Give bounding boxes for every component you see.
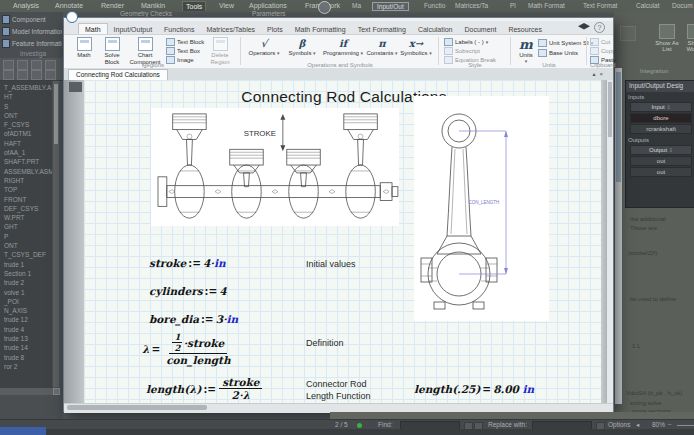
tab-document[interactable]: Document: [459, 24, 503, 34]
worksheet-hscroll-thumb[interactable]: [67, 405, 207, 410]
operators-button[interactable]: √ Operators ▾: [246, 37, 282, 56]
options-button[interactable]: Options: [608, 421, 630, 428]
tab-text-formatting[interactable]: Text Formatting: [352, 24, 412, 34]
model-tree-item[interactable]: P: [0, 232, 52, 241]
input-column-header[interactable]: Input ⇩: [630, 102, 692, 112]
model-tree-item[interactable]: TOP: [0, 185, 52, 194]
bg-tab-calculation[interactable]: Calculat: [636, 2, 659, 9]
creo-model-information-button[interactable]: Model Information: [2, 26, 62, 36]
bg-tab-input-output[interactable]: Input/Out: [372, 2, 409, 11]
model-tree-item[interactable]: N_AXIS: [0, 306, 52, 315]
model-tree-item[interactable]: trude 13: [0, 334, 52, 343]
copy-button[interactable]: Copy: [590, 47, 615, 55]
connecting-rod-image[interactable]: CON_LENGTH: [414, 96, 549, 321]
model-tree-item[interactable]: trude 14: [0, 343, 52, 352]
model-tree-item[interactable]: RIGHT: [0, 176, 52, 185]
text-block-button[interactable]: Text Block: [166, 38, 204, 46]
model-tree-item[interactable]: FRONT: [0, 195, 52, 204]
model-tree-item[interactable]: ASSEMBLY.ASM: [0, 167, 52, 176]
help-icon[interactable]: ?: [594, 22, 605, 33]
math-region-cylinders[interactable]: cylinders:=4: [149, 285, 227, 297]
tree-list-icon[interactable]: [45, 60, 56, 70]
math-region-bore-dia[interactable]: bore_dia:=3·in: [149, 313, 238, 325]
output-row-out-2[interactable]: out: [630, 167, 692, 177]
model-tree-item[interactable]: trude 1: [0, 260, 52, 269]
model-tree-item[interactable]: T_CSYS_DEF: [0, 250, 52, 259]
bg-tab-math[interactable]: Ma: [352, 2, 361, 9]
worksheet[interactable]: Connecting Rod Calculations: [64, 80, 613, 403]
creo-tab-tools[interactable]: Tools: [182, 1, 206, 11]
input-row-dbore[interactable]: dbore: [630, 113, 692, 123]
zoom-out-button[interactable]: −: [668, 421, 672, 428]
tab-calculation[interactable]: Calculation: [412, 24, 459, 34]
show-as-list-button[interactable]: Show As List: [652, 24, 682, 52]
model-tree-item[interactable]: GHT: [0, 222, 52, 231]
tree-settings-icon[interactable]: [17, 60, 28, 70]
solve-block-button[interactable]: Solve Block: [98, 37, 126, 65]
creo-parameters-label[interactable]: Parameters: [252, 10, 286, 17]
model-tree-item[interactable]: volve 1: [0, 288, 52, 297]
tree-expand-icon[interactable]: [3, 70, 14, 80]
output-row-out-1[interactable]: out: [630, 156, 692, 166]
output-column-header[interactable]: Output ⇩: [630, 145, 692, 155]
background-scroll-thumb[interactable]: [616, 72, 621, 182]
worksheet-vscroll-thumb[interactable]: [608, 82, 612, 137]
model-tree-item[interactable]: F_CSYS: [0, 120, 52, 129]
unit-system-button[interactable]: Unit System SI ▾: [538, 39, 593, 47]
text-region-connector-rod[interactable]: Connector Rod: [306, 379, 367, 389]
math-region-stroke[interactable]: stroke:=4·in: [149, 257, 226, 269]
math-region-length-function[interactable]: length(λ):= stroke 2·λ: [146, 376, 263, 401]
creo-tab-analysis[interactable]: Analysis: [10, 1, 42, 10]
programming-button[interactable]: if Programming ▾: [322, 37, 364, 56]
creo-feature-information-button[interactable]: Feature Information: [2, 38, 62, 48]
tree-filter-icon[interactable]: [3, 60, 14, 70]
model-tree-item[interactable]: HT: [0, 92, 52, 101]
tree-show-icon[interactable]: [31, 70, 42, 80]
model-tree-item[interactable]: ONT: [0, 241, 52, 250]
tree-horizontal-scrollbar[interactable]: [0, 388, 59, 395]
creo-geometry-checks-label[interactable]: Geometry Checks: [120, 10, 172, 17]
tab-plots[interactable]: Plots: [261, 24, 289, 34]
close-icon[interactable]: ×: [599, 71, 607, 77]
tree-add-icon[interactable]: [45, 70, 56, 80]
bg-tab-math-formatting[interactable]: Math Format: [528, 2, 565, 9]
text-box-button[interactable]: Text Box: [166, 47, 200, 55]
model-tree-item[interactable]: SHAFT.PRT: [0, 157, 52, 166]
mathcad-window-logo-icon[interactable]: [66, 11, 78, 23]
tab-matrices-tables[interactable]: Matrices/Tables: [200, 24, 261, 34]
base-units-button[interactable]: Base Units: [538, 49, 578, 57]
assign-inputs-icon[interactable]: [620, 26, 636, 41]
creo-tab-applications[interactable]: Applications: [246, 1, 290, 10]
bg-tab-text-formatting[interactable]: Text Format: [583, 2, 617, 9]
model-tree-item[interactable]: trude 4: [0, 325, 52, 334]
model-tree-item[interactable]: trude 12: [0, 315, 52, 324]
bg-tab-matrices[interactable]: Matrices/Ta: [455, 2, 488, 9]
bg-tab-document[interactable]: Docum: [672, 2, 693, 9]
text-region-length-function[interactable]: Length Function: [306, 391, 371, 401]
options-collapse-icon[interactable]: ◂: [636, 421, 639, 429]
tree-scroll-corner-button[interactable]: [53, 388, 60, 395]
text-region-definition[interactable]: Definition: [306, 338, 344, 348]
model-tree-item[interactable]: DEF_CSYS: [0, 204, 52, 213]
labels-button[interactable]: Labels ( - ) ▾: [444, 38, 488, 46]
creo-component-button[interactable]: Component: [2, 14, 62, 24]
engine-diagram-image[interactable]: STROKE: [151, 108, 399, 226]
input-row-rcrankshaft[interactable]: rcrankshaft: [630, 124, 692, 134]
creo-tab-manikin[interactable]: Manikin: [138, 1, 168, 10]
model-tree-item[interactable]: trude 2: [0, 278, 52, 287]
model-tree-item[interactable]: _POI: [0, 297, 52, 306]
bg-tab-plots[interactable]: Pl: [510, 2, 516, 9]
creo-tab-render[interactable]: Render: [98, 1, 127, 10]
tab-functions[interactable]: Functions: [158, 24, 200, 34]
subscript-button[interactable]: Subscript: [444, 47, 480, 55]
tree-columns-icon[interactable]: [31, 60, 42, 70]
model-tree-item[interactable]: ofAA_1: [0, 148, 52, 157]
mathcad-logo-icon[interactable]: [318, 1, 331, 14]
model-tree-item[interactable]: T_ASSEMBLY.AS: [0, 83, 52, 92]
symbols-button[interactable]: β Symbols ▾: [284, 37, 320, 56]
units-dropdown-button[interactable]: m Units ▾: [518, 37, 534, 64]
model-tree-item[interactable]: trude 8: [0, 353, 52, 362]
text-region-initial-values[interactable]: Initial values: [306, 259, 356, 269]
model-tree-item[interactable]: ror 2: [0, 362, 52, 371]
model-tree-item[interactable]: Section 1: [0, 269, 52, 278]
